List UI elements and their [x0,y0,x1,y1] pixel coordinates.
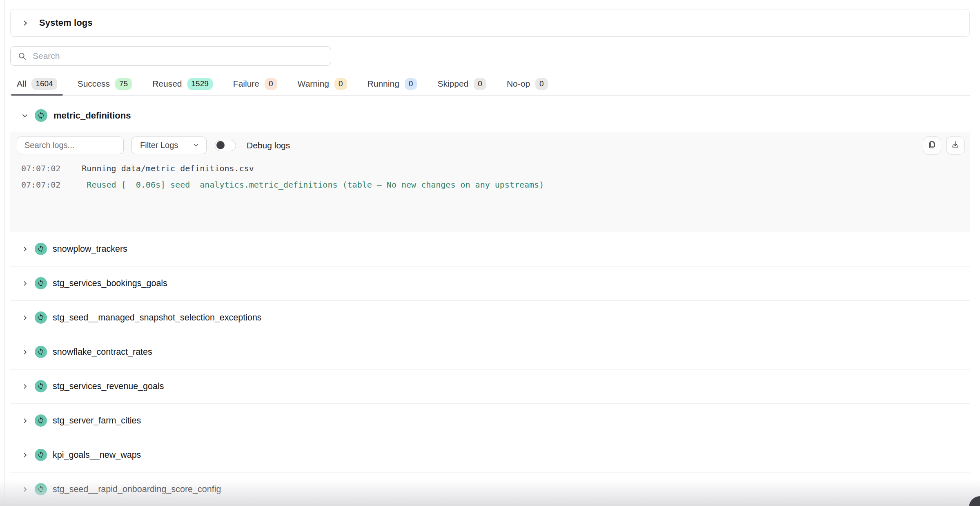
tab-noop[interactable]: No-op 0 [501,78,554,95]
log-toolbar: Filter Logs Debug logs [17,137,964,154]
tab-success[interactable]: Success 75 [72,78,138,95]
tab-label: No-op [507,79,530,89]
group-title: stg_seed__rapid_onboarding_score_config [53,484,221,495]
group-title: metric_definitions [53,110,131,121]
dropdown-chevron-icon [193,143,199,148]
group-title: stg_seed__managed_snapshot_selection_exc… [53,313,262,323]
panel-edge-divider [4,0,5,506]
chevron-right-icon [22,452,28,458]
log-search-input[interactable] [24,140,123,150]
log-group-row[interactable]: stg_seed__rapid_onboarding_score_config [10,472,970,506]
chevron-right-icon [22,280,28,287]
chevron-right-icon [22,486,28,493]
log-line: 07:07:02 Reused [ 0.06s] seed analytics.… [21,177,964,193]
group-title: stg_server_farm_cities [53,416,141,426]
tab-count-badge: 0 [405,78,417,90]
tab-count-badge: 1604 [31,78,57,90]
search-input[interactable] [32,51,331,61]
reused-sync-icon [35,483,47,495]
copy-icon [928,140,936,150]
filter-logs-label: Filter Logs [140,141,178,150]
tab-count-badge: 0 [474,78,486,90]
tab-count-badge: 1529 [187,78,213,90]
tab-skipped[interactable]: Skipped 0 [432,78,492,95]
filter-logs-dropdown[interactable]: Filter Logs [131,137,207,154]
copy-logs-button[interactable] [923,137,941,154]
reused-sync-icon [35,346,47,358]
chevron-right-icon [22,20,29,26]
log-line: 07:07:02Running data/metric_definitions.… [21,160,964,177]
chevron-right-icon [22,246,28,252]
log-output: 07:07:02Running data/metric_definitions.… [17,160,964,193]
log-message: Reused [ 0.06s] seed analytics.metric_de… [60,177,544,193]
log-timestamp: 07:07:02 [21,177,60,193]
log-group-row[interactable]: kpi_goals__new_waps [10,438,970,472]
system-logs-card[interactable]: System logs [10,9,970,37]
log-group-metric-definitions[interactable]: metric_definitions [10,103,970,128]
search-icon [18,52,26,60]
tab-label: Success [78,79,110,89]
debug-logs-label: Debug logs [247,141,290,150]
global-search[interactable] [10,46,331,66]
group-title: stg_services_bookings_goals [53,278,167,289]
tab-label: Skipped [437,79,468,89]
toggle-knob [216,141,225,149]
tab-label: Warning [298,79,329,89]
reused-sync-icon [35,109,47,122]
tab-running[interactable]: Running 0 [362,78,423,95]
tab-label: All [17,79,26,89]
tab-label: Running [368,79,399,89]
reused-sync-icon [35,380,47,392]
reused-sync-icon [35,449,47,461]
reused-sync-icon [35,311,47,324]
status-tabs: All 1604 Success 75 Reused 1529 Failure … [10,78,970,96]
group-title: kpi_goals__new_waps [53,450,141,460]
log-search-box[interactable] [17,137,124,154]
reused-sync-icon [35,243,47,255]
group-title: stg_services_revenue_goals [53,381,164,392]
chevron-right-icon [22,383,28,390]
chevron-down-icon [22,112,28,119]
log-group-row[interactable]: stg_seed__managed_snapshot_selection_exc… [10,301,970,335]
group-title: snowflake_contract_rates [53,347,152,357]
chevron-right-icon [22,349,28,355]
chevron-right-icon [22,314,28,321]
log-group-row[interactable]: stg_services_revenue_goals [10,369,970,404]
tab-count-badge: 0 [334,78,347,90]
log-message: Running data/metric_definitions.csv [60,160,254,177]
reused-sync-icon [35,277,47,289]
tab-label: Reused [152,79,182,89]
tab-count-badge: 0 [265,78,277,90]
tab-reused[interactable]: Reused 1529 [147,78,218,95]
log-panel: Filter Logs Debug logs [10,132,970,232]
system-logs-title: System logs [39,18,93,28]
log-group-row[interactable]: stg_server_farm_cities [10,404,970,438]
chevron-right-icon [22,417,28,424]
tab-all[interactable]: All 1604 [11,78,63,95]
download-icon [951,140,960,150]
group-title: snowplow_trackers [53,244,127,254]
log-timestamp: 07:07:02 [21,160,60,177]
tab-count-badge: 75 [115,78,132,90]
log-group-row[interactable]: stg_services_bookings_goals [10,266,970,301]
download-logs-button[interactable] [946,137,964,154]
log-group-row[interactable]: snowflake_contract_rates [10,335,970,369]
logs-page: System logs All 1604 Success 75 Reused 1… [10,0,970,506]
tab-warning[interactable]: Warning 0 [292,78,353,95]
tab-failure[interactable]: Failure 0 [227,78,283,95]
tab-label: Failure [233,79,259,89]
reused-sync-icon [35,414,47,427]
debug-logs-toggle[interactable] [215,140,236,151]
tab-count-badge: 0 [535,78,548,90]
corner-widget[interactable] [969,496,980,506]
log-group-list: snowplow_trackers stg_services_bookings_… [10,232,970,506]
log-group-row[interactable]: snowplow_trackers [10,232,970,266]
